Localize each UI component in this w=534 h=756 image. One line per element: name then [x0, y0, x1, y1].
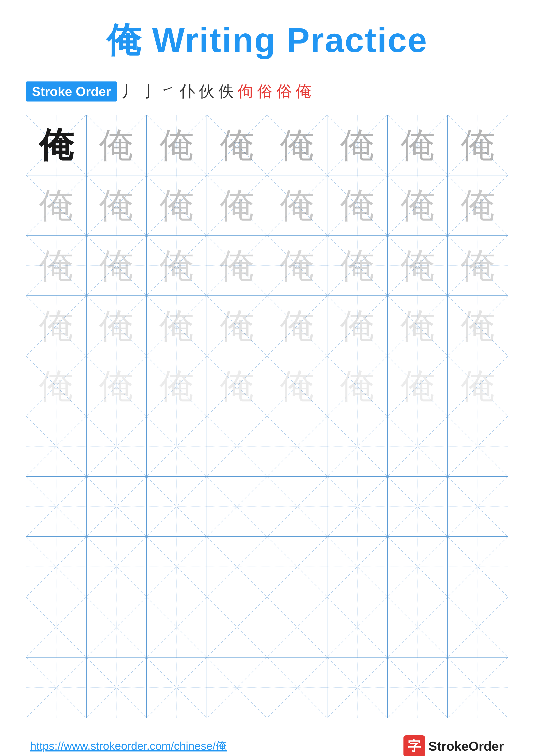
- cell-6-4[interactable]: [207, 417, 267, 477]
- svg-line-122: [327, 537, 387, 597]
- cell-1-8[interactable]: 俺: [448, 115, 508, 176]
- stroke-order-row: Stroke Order 丿 亅 ㇀ 仆 伙 佚 佝 俗 俗 俺: [26, 81, 508, 102]
- cell-5-5[interactable]: 俺: [267, 356, 328, 417]
- cell-2-5[interactable]: 俺: [267, 176, 328, 236]
- stroke-8: 俗: [257, 81, 272, 102]
- cell-1-5[interactable]: 俺: [267, 115, 328, 176]
- svg-line-153: [267, 658, 327, 718]
- cell-6-5[interactable]: [267, 417, 328, 477]
- cell-9-7[interactable]: [388, 597, 448, 658]
- cell-6-2[interactable]: [87, 417, 147, 477]
- svg-line-109: [388, 477, 447, 537]
- cell-4-7[interactable]: 俺: [388, 296, 448, 356]
- svg-line-103: [207, 477, 267, 537]
- cell-5-3[interactable]: 俺: [147, 356, 207, 417]
- cell-7-5[interactable]: [267, 477, 328, 537]
- cell-10-6[interactable]: [327, 658, 388, 718]
- cell-1-1[interactable]: 俺: [26, 115, 87, 176]
- cell-3-4[interactable]: 俺: [207, 235, 267, 296]
- cell-10-1[interactable]: [26, 658, 87, 718]
- cell-7-7[interactable]: [388, 477, 448, 537]
- strokeorder-icon: 字: [403, 735, 425, 756]
- cell-8-3[interactable]: [147, 537, 207, 597]
- svg-line-134: [207, 597, 267, 657]
- cell-10-8[interactable]: [448, 658, 508, 718]
- cell-6-6[interactable]: [327, 417, 388, 477]
- cell-4-8[interactable]: 俺: [448, 296, 508, 356]
- cell-7-1[interactable]: [26, 477, 87, 537]
- grid-row-9: [26, 597, 508, 658]
- cell-8-2[interactable]: [87, 537, 147, 597]
- svg-line-111: [448, 477, 508, 537]
- cell-4-6[interactable]: 俺: [327, 296, 388, 356]
- cell-3-8[interactable]: 俺: [448, 235, 508, 296]
- cell-1-7[interactable]: 俺: [388, 115, 448, 176]
- cell-7-4[interactable]: [207, 477, 267, 537]
- cell-3-3[interactable]: 俺: [147, 235, 207, 296]
- cell-9-4[interactable]: [207, 597, 267, 658]
- cell-7-8[interactable]: [448, 477, 508, 537]
- cell-8-8[interactable]: [448, 537, 508, 597]
- cell-9-2[interactable]: [87, 597, 147, 658]
- cell-8-6[interactable]: [327, 537, 388, 597]
- cell-9-6[interactable]: [327, 597, 388, 658]
- cell-4-3[interactable]: 俺: [147, 296, 207, 356]
- cell-6-3[interactable]: [147, 417, 207, 477]
- cell-8-5[interactable]: [267, 537, 328, 597]
- cell-9-8[interactable]: [448, 597, 508, 658]
- footer-link[interactable]: https://www.strokeorder.com/chinese/俺: [30, 739, 227, 754]
- cell-5-8[interactable]: 俺: [448, 356, 508, 417]
- cell-2-2[interactable]: 俺: [87, 176, 147, 236]
- cell-9-3[interactable]: [147, 597, 207, 658]
- cell-7-3[interactable]: [147, 477, 207, 537]
- cell-6-1[interactable]: [26, 417, 87, 477]
- cell-3-7[interactable]: 俺: [388, 235, 448, 296]
- cell-1-2[interactable]: 俺: [87, 115, 147, 176]
- svg-line-155: [327, 658, 387, 718]
- cell-5-1[interactable]: 俺: [26, 356, 87, 417]
- cell-1-4[interactable]: 俺: [207, 115, 267, 176]
- cell-2-7[interactable]: 俺: [388, 176, 448, 236]
- cell-10-2[interactable]: [87, 658, 147, 718]
- cell-8-1[interactable]: [26, 537, 87, 597]
- stroke-3: ㇀: [160, 81, 176, 102]
- cell-6-8[interactable]: [448, 417, 508, 477]
- cell-10-3[interactable]: [147, 658, 207, 718]
- cell-5-6[interactable]: 俺: [327, 356, 388, 417]
- cell-2-6[interactable]: 俺: [327, 176, 388, 236]
- cell-1-3[interactable]: 俺: [147, 115, 207, 176]
- cell-9-5[interactable]: [267, 597, 328, 658]
- cell-1-6[interactable]: 俺: [327, 115, 388, 176]
- cell-2-3[interactable]: 俺: [147, 176, 207, 236]
- cell-2-1[interactable]: 俺: [26, 176, 87, 236]
- cell-4-1[interactable]: 俺: [26, 296, 87, 356]
- cell-10-7[interactable]: [388, 658, 448, 718]
- cell-5-2[interactable]: 俺: [87, 356, 147, 417]
- cell-3-2[interactable]: 俺: [87, 235, 147, 296]
- cell-9-1[interactable]: [26, 597, 87, 658]
- cell-6-7[interactable]: [388, 417, 448, 477]
- cell-3-1[interactable]: 俺: [26, 235, 87, 296]
- cell-5-7[interactable]: 俺: [388, 356, 448, 417]
- cell-8-7[interactable]: [388, 537, 448, 597]
- cell-2-8[interactable]: 俺: [448, 176, 508, 236]
- grid-row-7: [26, 477, 508, 537]
- svg-line-113: [26, 537, 86, 597]
- cell-4-5[interactable]: 俺: [267, 296, 328, 356]
- cell-4-2[interactable]: 俺: [87, 296, 147, 356]
- cell-10-4[interactable]: [207, 658, 267, 718]
- svg-line-108: [388, 477, 447, 537]
- svg-line-80: [26, 417, 86, 476]
- cell-5-4[interactable]: 俺: [207, 356, 267, 417]
- svg-line-156: [388, 658, 447, 718]
- cell-3-5[interactable]: 俺: [267, 235, 328, 296]
- cell-10-5[interactable]: [267, 658, 328, 718]
- cell-3-6[interactable]: 俺: [327, 235, 388, 296]
- cell-4-4[interactable]: 俺: [207, 296, 267, 356]
- svg-line-127: [448, 537, 508, 597]
- stroke-order-label: Stroke Order: [26, 81, 117, 101]
- cell-8-4[interactable]: [207, 537, 267, 597]
- cell-2-4[interactable]: 俺: [207, 176, 267, 236]
- cell-7-2[interactable]: [87, 477, 147, 537]
- cell-7-6[interactable]: [327, 477, 388, 537]
